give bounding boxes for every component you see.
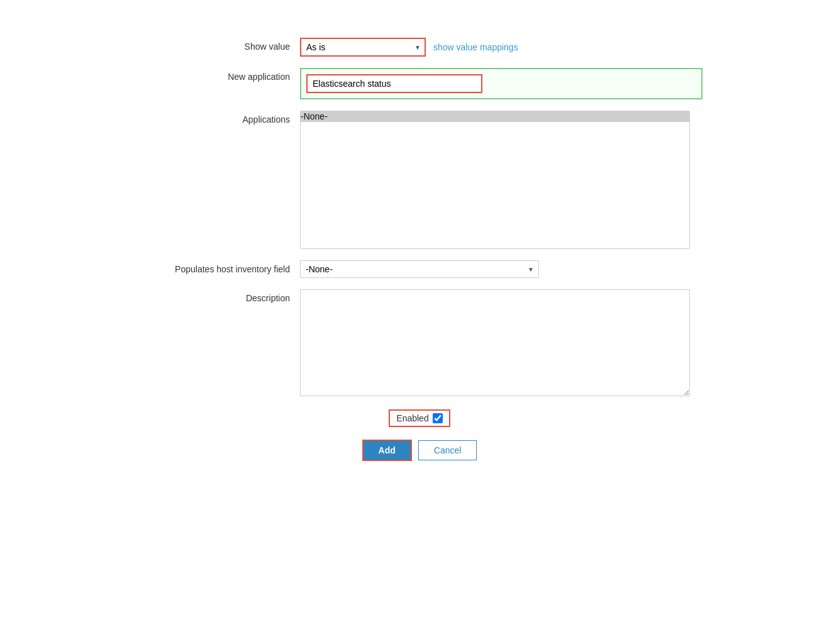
populates-row: Populates host inventory field -None- ▼ [136,260,703,278]
applications-row: Applications -None- [136,111,703,249]
new-application-wrapper [300,68,703,99]
populates-label: Populates host inventory field [136,260,300,274]
show-value-mappings-link[interactable]: show value mappings [433,42,518,52]
applications-label: Applications [136,111,300,125]
cancel-button[interactable]: Cancel [418,440,477,460]
form-container: Show value As is Custom Mapped ▼ show va… [136,25,703,474]
applications-option-none[interactable]: -None- [301,111,689,122]
show-value-select-wrapper: As is Custom Mapped ▼ [300,38,426,57]
show-value-select[interactable]: As is Custom Mapped [300,38,426,57]
show-value-row-inner: As is Custom Mapped ▼ show value mapping… [300,38,703,57]
show-value-label: Show value [136,38,300,52]
show-value-row: Show value As is Custom Mapped ▼ show va… [136,38,703,57]
show-value-controls: As is Custom Mapped ▼ show value mapping… [300,38,703,57]
description-row: Description [136,289,703,398]
applications-controls: -None- [300,111,703,249]
buttons-row: Add Cancel [136,440,703,461]
enabled-checkbox[interactable] [433,413,443,423]
description-textarea[interactable] [300,289,690,396]
populates-select[interactable]: -None- [300,260,539,278]
add-button[interactable]: Add [362,440,412,461]
applications-listbox[interactable]: -None- [300,111,690,249]
new-application-row: New application [136,68,703,99]
populates-controls: -None- ▼ [300,260,703,278]
new-application-input[interactable] [306,74,482,93]
enabled-wrapper: Enabled [389,409,450,427]
new-application-label: New application [136,68,300,82]
description-label: Description [136,289,300,303]
description-controls [300,289,703,398]
populates-select-wrapper: -None- ▼ [300,260,539,278]
new-application-controls [300,68,703,99]
enabled-row: Enabled [136,409,703,427]
enabled-label: Enabled [396,413,428,423]
